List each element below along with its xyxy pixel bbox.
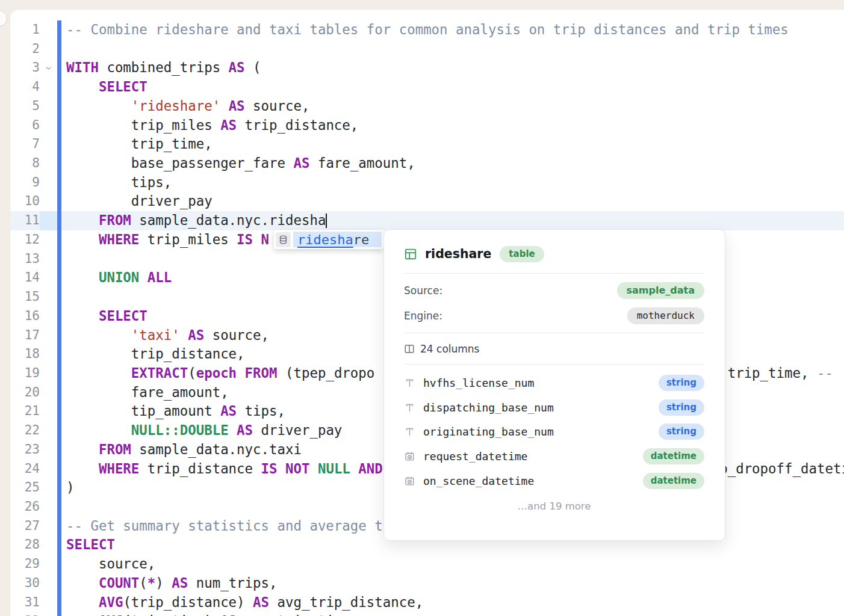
code-line[interactable]: 32 AVG(trip_time) AS avg_trip_time,	[10, 612, 844, 616]
gutter-accent-bar	[57, 460, 61, 479]
syntax-plain	[66, 79, 99, 94]
syntax-plain: driver_pay	[253, 422, 342, 438]
code-text[interactable]: -- Combine rideshare and taxi tables for…	[61, 20, 844, 40]
code-text[interactable]: COUNT(*) AS num_trips,	[61, 574, 844, 593]
line-number[interactable]: 3	[10, 58, 40, 78]
gutter-accent-bar	[57, 192, 61, 211]
syntax-plain: trip_distance	[139, 461, 261, 476]
syntax-str: 'rideshare'	[131, 98, 220, 114]
code-text[interactable]: SELECT	[61, 78, 844, 97]
line-number[interactable]: 19	[10, 364, 40, 383]
code-line[interactable]: 8 base_passenger_fare AS fare_amount,	[10, 154, 844, 173]
code-text[interactable]: WITH combined_trips AS (	[61, 58, 844, 78]
fold-gutter	[40, 78, 57, 97]
fold-gutter	[40, 173, 57, 192]
code-line[interactable]: 1-- Combine rideshare and taxi tables fo…	[10, 20, 844, 40]
code-line[interactable]: 5 'rideshare' AS source,	[10, 97, 844, 116]
line-number[interactable]: 15	[10, 288, 40, 307]
syntax-plain: driver_pay	[66, 193, 213, 209]
code-line[interactable]: 31 AVG(trip_distance) AS avg_trip_distan…	[10, 593, 844, 612]
code-line[interactable]: 10 driver_pay	[10, 192, 844, 211]
syntax-plain	[66, 212, 99, 228]
fold-chevron-down-icon[interactable]	[40, 58, 57, 78]
code-line[interactable]: 4 SELECT	[10, 78, 844, 97]
column-row[interactable]: on_scene_datetimedatetime	[404, 469, 704, 493]
code-line[interactable]: 9 tips,	[10, 173, 844, 192]
line-number[interactable]: 5	[10, 97, 40, 116]
code-text[interactable]: tips,	[61, 173, 844, 192]
syntax-plain	[237, 365, 244, 381]
line-number[interactable]: 29	[10, 555, 40, 574]
line-number[interactable]: 21	[10, 402, 40, 421]
line-number[interactable]: 20	[10, 383, 40, 402]
text-type-icon	[404, 427, 415, 437]
code-text[interactable]: AVG(trip_time) AS avg_trip_time,	[61, 612, 844, 616]
engine-row: Engine: motherduck	[404, 303, 704, 328]
gutter-accent-bar	[57, 58, 61, 78]
line-number[interactable]: 16	[10, 307, 40, 326]
code-text[interactable]: 'rideshare' AS source,	[61, 97, 844, 116]
line-number[interactable]: 8	[10, 154, 40, 173]
line-number[interactable]: 4	[10, 78, 40, 97]
code-text[interactable]: base_passenger_fare AS fare_amount,	[61, 154, 844, 173]
column-row[interactable]: request_datetimedatetime	[404, 444, 704, 469]
line-number[interactable]: 13	[10, 250, 40, 269]
text-cursor	[326, 214, 327, 228]
syntax-comment: -- Get summary statistics and average tr	[66, 518, 391, 534]
line-number[interactable]: 32	[10, 612, 40, 616]
line-number[interactable]: 31	[10, 593, 40, 612]
syntax-kw: SELECT	[99, 308, 147, 324]
gutter-accent-bar	[57, 40, 61, 59]
column-row[interactable]: originating_base_numstring	[404, 419, 704, 444]
code-line[interactable]: 6 trip_miles AS trip_distance,	[10, 116, 844, 135]
code-line[interactable]: 11 FROM sample_data.nyc.ridesha	[10, 211, 844, 230]
line-number[interactable]: 22	[10, 421, 40, 440]
syntax-plain: (	[188, 365, 196, 381]
table-card-info: Source: sample_data Engine: motherduck	[404, 274, 704, 333]
code-line[interactable]: 29 source,	[10, 555, 844, 574]
code-line[interactable]: 3WITH combined_trips AS (	[10, 58, 844, 78]
fold-gutter	[40, 268, 57, 288]
code-text[interactable]: trip_miles AS trip_distance,	[61, 116, 844, 135]
line-number[interactable]: 26	[10, 497, 40, 517]
code-text[interactable]: trip_time,	[61, 135, 844, 154]
line-number[interactable]: 30	[10, 574, 40, 593]
fold-gutter	[40, 192, 57, 211]
line-number[interactable]: 10	[10, 192, 40, 211]
syntax-plain	[66, 98, 131, 114]
line-number[interactable]: 18	[10, 345, 40, 364]
line-number[interactable]: 28	[10, 535, 40, 555]
line-number[interactable]: 23	[10, 440, 40, 460]
code-text[interactable]: source,	[61, 555, 844, 574]
line-number[interactable]: 24	[10, 460, 40, 479]
code-text[interactable]: FROM sample_data.nyc.ridesha	[61, 211, 844, 230]
code-text[interactable]: driver_pay	[61, 192, 844, 211]
line-number[interactable]: 7	[10, 135, 40, 154]
gutter-accent-bar	[57, 612, 61, 616]
line-number[interactable]: 14	[10, 268, 40, 288]
fold-gutter	[40, 211, 57, 230]
line-number[interactable]: 11	[10, 211, 40, 230]
column-row[interactable]: hvfhs_license_numstring	[404, 371, 704, 395]
line-number[interactable]: 25	[10, 478, 40, 497]
line-number[interactable]: 2	[10, 40, 40, 59]
syntax-plain	[309, 461, 317, 476]
syntax-plain: combined_trips	[99, 60, 229, 75]
code-line[interactable]: 7 trip_time,	[10, 135, 844, 154]
syntax-kw: AND	[358, 461, 382, 476]
fold-gutter	[40, 402, 57, 421]
code-line[interactable]: 30 COUNT(*) AS num_trips,	[10, 574, 844, 593]
code-line[interactable]: 2	[10, 40, 844, 59]
autocomplete-item-rideshare[interactable]: rideshare	[293, 232, 382, 247]
code-text[interactable]: AVG(trip_distance) AS avg_trip_distance,	[61, 593, 844, 612]
line-number[interactable]: 9	[10, 173, 40, 192]
line-number[interactable]: 17	[10, 326, 40, 345]
syntax-plain	[66, 575, 99, 591]
line-number[interactable]: 12	[10, 230, 40, 250]
line-number[interactable]: 6	[10, 116, 40, 135]
autocomplete-rest-text: re	[353, 232, 370, 247]
line-number[interactable]: 27	[10, 517, 40, 536]
code-text[interactable]	[61, 40, 844, 59]
column-row[interactable]: dispatching_base_numstring	[404, 395, 704, 420]
line-number[interactable]: 1	[10, 20, 40, 40]
